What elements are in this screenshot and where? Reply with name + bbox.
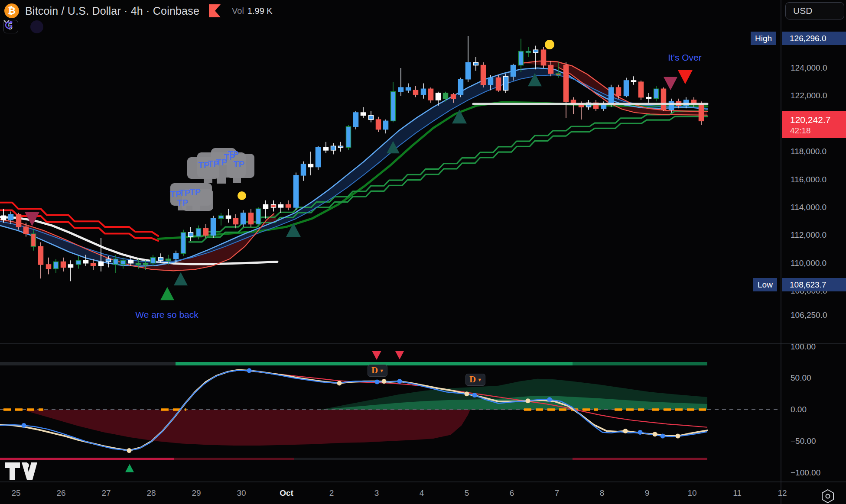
candle	[39, 246, 43, 265]
candle	[534, 50, 538, 52]
time-axis-label: 6	[510, 488, 514, 498]
chart-canvas[interactable]	[0, 0, 846, 504]
candle	[624, 81, 629, 96]
blue-dot-marker	[397, 379, 402, 384]
candle	[556, 74, 561, 75]
time-axis-label: 11	[733, 488, 742, 498]
candle	[159, 258, 163, 260]
time-axis-label: 7	[555, 488, 560, 498]
divergence-flag-letter: D	[371, 365, 378, 375]
candle	[459, 79, 463, 94]
oscillator-bottom-band	[294, 458, 573, 460]
candle	[481, 65, 486, 85]
candle	[286, 205, 291, 207]
candle	[443, 93, 448, 99]
candle	[129, 260, 133, 263]
candle	[309, 164, 313, 167]
candle	[338, 146, 343, 147]
refresh-icon[interactable]	[30, 20, 43, 33]
wheat-dot-marker	[653, 432, 657, 436]
high-price-value: 126,296.0	[782, 32, 846, 45]
wheat-dot-marker	[526, 398, 530, 403]
time-axis-label: 2	[329, 488, 334, 498]
blue-dot-marker	[22, 423, 26, 428]
candle	[496, 78, 501, 90]
candle	[99, 262, 104, 266]
currency-usd-button[interactable]: USD	[785, 2, 844, 19]
oscillator-bottom-band	[0, 458, 174, 460]
time-axis-label: 12	[778, 488, 787, 498]
tradingview-chart-window: ₿ Bitcoin / U.S. Dollar · 4h · Coinbase …	[0, 0, 846, 504]
candle	[346, 126, 351, 147]
candle	[549, 65, 553, 74]
candle	[616, 87, 621, 96]
divergence-flag[interactable]: D▼	[368, 365, 387, 377]
tp-label: TP	[233, 159, 244, 169]
low-label: Low	[753, 278, 777, 291]
tp-callout-tail	[192, 205, 200, 210]
candle	[256, 209, 261, 224]
candle	[16, 214, 21, 227]
divergence-flag[interactable]: D▼	[465, 374, 485, 386]
candle	[631, 81, 636, 82]
candle	[331, 146, 336, 150]
blue-dot-marker	[375, 379, 380, 384]
tp-label: TP	[228, 149, 239, 159]
tp-label: TP	[189, 187, 201, 197]
price-tick-label: 118,000.0	[791, 147, 826, 156]
candle	[324, 148, 329, 150]
candle	[654, 89, 659, 99]
candle	[316, 148, 321, 167]
high-value: 126,296.0	[782, 32, 846, 45]
tp-label: TP	[177, 198, 188, 208]
yellow-dot-marker	[545, 40, 554, 49]
candle	[24, 227, 29, 234]
symbol-title[interactable]: Bitcoin / U.S. Dollar · 4h · Coinbase	[25, 5, 199, 17]
oscillator-top-band	[0, 362, 176, 365]
candle	[354, 113, 358, 126]
low-price-tag: Low	[753, 278, 777, 291]
tp-callout-tail	[217, 178, 226, 184]
blue-dot-marker	[472, 393, 477, 397]
wheat-dot-marker	[676, 434, 680, 439]
candle	[114, 259, 118, 265]
low-price-value: 108,623.7	[782, 278, 846, 291]
wheat-dot-marker	[623, 429, 628, 433]
candle	[174, 253, 179, 259]
oscillator-bottom-band	[174, 458, 294, 460]
blue-dot-marker	[638, 430, 643, 435]
wheat-dot-marker	[337, 381, 342, 385]
candle	[211, 219, 216, 236]
candle	[436, 93, 441, 100]
time-axis-label: 27	[101, 488, 111, 498]
oscillator-top-band	[573, 362, 707, 365]
candle	[294, 175, 299, 207]
oscillator-tick-label: 50.00	[791, 373, 811, 383]
candle	[9, 214, 13, 220]
time-axis-label: 30	[237, 488, 246, 498]
candle	[204, 228, 208, 235]
candle	[234, 219, 238, 224]
annotation-we-are-so-back[interactable]: We are so back	[135, 310, 198, 320]
bitcoin-glyph: ₿	[8, 5, 16, 16]
candle	[46, 265, 51, 269]
red-flag-icon[interactable]	[209, 4, 221, 17]
candle	[151, 258, 156, 263]
oscillator-tick-label: 100.00	[791, 342, 816, 352]
annotation-its-over[interactable]: It's Over	[668, 52, 702, 63]
time-axis-label: 10	[687, 488, 696, 498]
candle	[564, 65, 569, 102]
divergence-flag-letter: D	[469, 375, 476, 384]
time-axis-label: 5	[465, 488, 469, 498]
candle	[121, 260, 126, 265]
tp-label: TP	[179, 188, 190, 198]
time-axis-label: 9	[645, 488, 650, 498]
candle	[376, 120, 381, 129]
candle	[106, 259, 111, 262]
wheat-dot-marker	[382, 379, 387, 384]
bar-countdown: 42:18	[790, 126, 846, 136]
time-axis-label: 25	[11, 488, 20, 498]
low-value: 108,623.7	[782, 278, 846, 291]
candle	[488, 78, 493, 85]
candle	[76, 260, 81, 265]
